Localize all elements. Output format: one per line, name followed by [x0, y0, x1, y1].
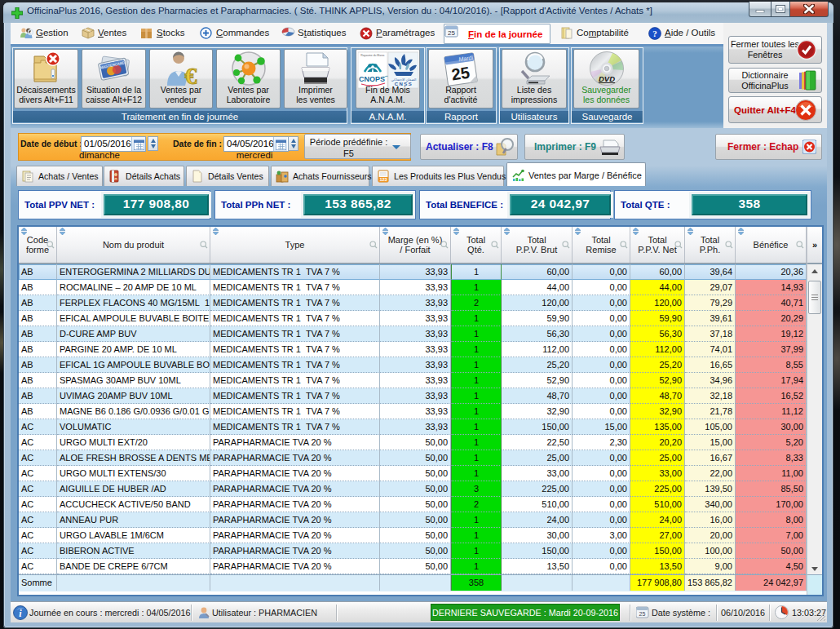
- svg-text:123: 123: [379, 177, 387, 182]
- svg-text:?: ?: [652, 29, 657, 38]
- svg-text:CNOPS: CNOPS: [358, 75, 384, 83]
- svg-text:DVD: DVD: [598, 74, 614, 83]
- svg-text:25: 25: [639, 611, 646, 617]
- svg-text:€: €: [185, 62, 197, 86]
- svg-text:Royaume du Maroc: Royaume du Maroc: [360, 54, 385, 57]
- svg-text:25: 25: [450, 64, 471, 84]
- svg-text:25: 25: [448, 29, 455, 37]
